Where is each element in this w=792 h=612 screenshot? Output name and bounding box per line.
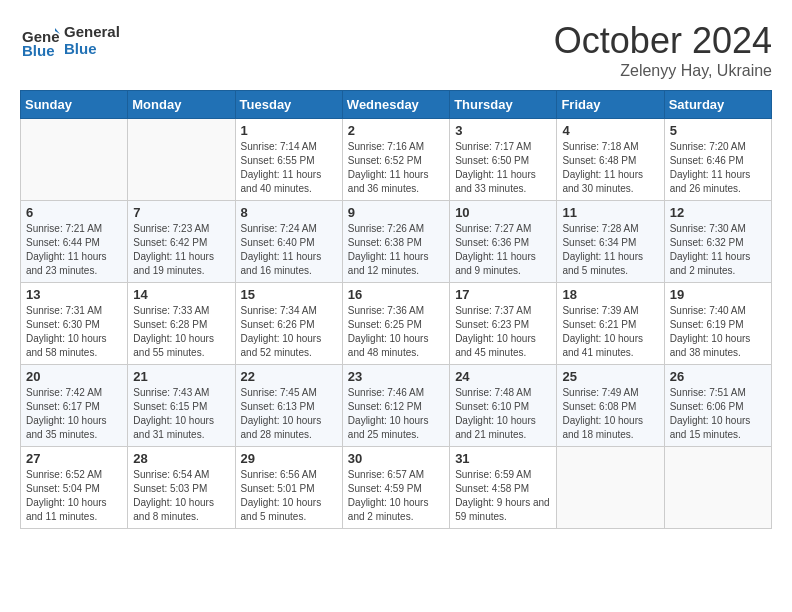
calendar-week-row: 20Sunrise: 7:42 AM Sunset: 6:17 PM Dayli… xyxy=(21,365,772,447)
calendar-cell xyxy=(664,447,771,529)
day-number: 18 xyxy=(562,287,658,302)
logo: General Blue General Blue xyxy=(20,20,120,60)
day-info: Sunrise: 7:30 AM Sunset: 6:32 PM Dayligh… xyxy=(670,222,766,278)
calendar-cell: 26Sunrise: 7:51 AM Sunset: 6:06 PM Dayli… xyxy=(664,365,771,447)
day-number: 10 xyxy=(455,205,551,220)
day-info: Sunrise: 7:20 AM Sunset: 6:46 PM Dayligh… xyxy=(670,140,766,196)
day-number: 28 xyxy=(133,451,229,466)
day-info: Sunrise: 7:33 AM Sunset: 6:28 PM Dayligh… xyxy=(133,304,229,360)
day-number: 17 xyxy=(455,287,551,302)
calendar-cell: 29Sunrise: 6:56 AM Sunset: 5:01 PM Dayli… xyxy=(235,447,342,529)
calendar-cell: 31Sunrise: 6:59 AM Sunset: 4:58 PM Dayli… xyxy=(450,447,557,529)
calendar-cell: 3Sunrise: 7:17 AM Sunset: 6:50 PM Daylig… xyxy=(450,119,557,201)
calendar-cell: 4Sunrise: 7:18 AM Sunset: 6:48 PM Daylig… xyxy=(557,119,664,201)
day-info: Sunrise: 7:36 AM Sunset: 6:25 PM Dayligh… xyxy=(348,304,444,360)
calendar-cell xyxy=(128,119,235,201)
calendar-cell: 9Sunrise: 7:26 AM Sunset: 6:38 PM Daylig… xyxy=(342,201,449,283)
day-number: 16 xyxy=(348,287,444,302)
calendar-body: 1Sunrise: 7:14 AM Sunset: 6:55 PM Daylig… xyxy=(21,119,772,529)
day-number: 1 xyxy=(241,123,337,138)
calendar-cell xyxy=(21,119,128,201)
day-number: 9 xyxy=(348,205,444,220)
calendar-cell xyxy=(557,447,664,529)
calendar-cell: 24Sunrise: 7:48 AM Sunset: 6:10 PM Dayli… xyxy=(450,365,557,447)
calendar-cell: 14Sunrise: 7:33 AM Sunset: 6:28 PM Dayli… xyxy=(128,283,235,365)
logo-icon: General Blue xyxy=(20,20,60,60)
day-info: Sunrise: 7:42 AM Sunset: 6:17 PM Dayligh… xyxy=(26,386,122,442)
calendar-cell: 19Sunrise: 7:40 AM Sunset: 6:19 PM Dayli… xyxy=(664,283,771,365)
day-info: Sunrise: 7:43 AM Sunset: 6:15 PM Dayligh… xyxy=(133,386,229,442)
title-block: October 2024 Zelenyy Hay, Ukraine xyxy=(554,20,772,80)
day-number: 22 xyxy=(241,369,337,384)
day-info: Sunrise: 6:54 AM Sunset: 5:03 PM Dayligh… xyxy=(133,468,229,524)
day-number: 26 xyxy=(670,369,766,384)
calendar-week-row: 27Sunrise: 6:52 AM Sunset: 5:04 PM Dayli… xyxy=(21,447,772,529)
calendar-cell: 13Sunrise: 7:31 AM Sunset: 6:30 PM Dayli… xyxy=(21,283,128,365)
day-info: Sunrise: 7:14 AM Sunset: 6:55 PM Dayligh… xyxy=(241,140,337,196)
calendar-cell: 30Sunrise: 6:57 AM Sunset: 4:59 PM Dayli… xyxy=(342,447,449,529)
logo-general: General xyxy=(64,23,120,40)
calendar-table: SundayMondayTuesdayWednesdayThursdayFrid… xyxy=(20,90,772,529)
calendar-week-row: 6Sunrise: 7:21 AM Sunset: 6:44 PM Daylig… xyxy=(21,201,772,283)
day-number: 7 xyxy=(133,205,229,220)
day-number: 13 xyxy=(26,287,122,302)
calendar-cell: 17Sunrise: 7:37 AM Sunset: 6:23 PM Dayli… xyxy=(450,283,557,365)
day-number: 11 xyxy=(562,205,658,220)
calendar-cell: 2Sunrise: 7:16 AM Sunset: 6:52 PM Daylig… xyxy=(342,119,449,201)
day-info: Sunrise: 6:59 AM Sunset: 4:58 PM Dayligh… xyxy=(455,468,551,524)
calendar-cell: 23Sunrise: 7:46 AM Sunset: 6:12 PM Dayli… xyxy=(342,365,449,447)
calendar-cell: 8Sunrise: 7:24 AM Sunset: 6:40 PM Daylig… xyxy=(235,201,342,283)
calendar-cell: 1Sunrise: 7:14 AM Sunset: 6:55 PM Daylig… xyxy=(235,119,342,201)
day-number: 29 xyxy=(241,451,337,466)
day-number: 3 xyxy=(455,123,551,138)
calendar-cell: 5Sunrise: 7:20 AM Sunset: 6:46 PM Daylig… xyxy=(664,119,771,201)
weekday-header-cell: Tuesday xyxy=(235,91,342,119)
calendar-cell: 6Sunrise: 7:21 AM Sunset: 6:44 PM Daylig… xyxy=(21,201,128,283)
day-number: 19 xyxy=(670,287,766,302)
weekday-header-cell: Sunday xyxy=(21,91,128,119)
calendar-cell: 25Sunrise: 7:49 AM Sunset: 6:08 PM Dayli… xyxy=(557,365,664,447)
day-number: 20 xyxy=(26,369,122,384)
calendar-cell: 21Sunrise: 7:43 AM Sunset: 6:15 PM Dayli… xyxy=(128,365,235,447)
day-number: 15 xyxy=(241,287,337,302)
calendar-cell: 12Sunrise: 7:30 AM Sunset: 6:32 PM Dayli… xyxy=(664,201,771,283)
day-info: Sunrise: 7:39 AM Sunset: 6:21 PM Dayligh… xyxy=(562,304,658,360)
day-info: Sunrise: 7:24 AM Sunset: 6:40 PM Dayligh… xyxy=(241,222,337,278)
day-info: Sunrise: 7:31 AM Sunset: 6:30 PM Dayligh… xyxy=(26,304,122,360)
day-info: Sunrise: 7:46 AM Sunset: 6:12 PM Dayligh… xyxy=(348,386,444,442)
day-number: 4 xyxy=(562,123,658,138)
location-subtitle: Zelenyy Hay, Ukraine xyxy=(554,62,772,80)
weekday-header-row: SundayMondayTuesdayWednesdayThursdayFrid… xyxy=(21,91,772,119)
calendar-cell: 11Sunrise: 7:28 AM Sunset: 6:34 PM Dayli… xyxy=(557,201,664,283)
calendar-cell: 27Sunrise: 6:52 AM Sunset: 5:04 PM Dayli… xyxy=(21,447,128,529)
day-info: Sunrise: 7:34 AM Sunset: 6:26 PM Dayligh… xyxy=(241,304,337,360)
calendar-cell: 18Sunrise: 7:39 AM Sunset: 6:21 PM Dayli… xyxy=(557,283,664,365)
weekday-header-cell: Wednesday xyxy=(342,91,449,119)
day-number: 12 xyxy=(670,205,766,220)
day-info: Sunrise: 7:28 AM Sunset: 6:34 PM Dayligh… xyxy=(562,222,658,278)
day-info: Sunrise: 7:51 AM Sunset: 6:06 PM Dayligh… xyxy=(670,386,766,442)
day-info: Sunrise: 7:16 AM Sunset: 6:52 PM Dayligh… xyxy=(348,140,444,196)
day-number: 30 xyxy=(348,451,444,466)
calendar-cell: 16Sunrise: 7:36 AM Sunset: 6:25 PM Dayli… xyxy=(342,283,449,365)
day-info: Sunrise: 6:52 AM Sunset: 5:04 PM Dayligh… xyxy=(26,468,122,524)
month-title: October 2024 xyxy=(554,20,772,62)
calendar-cell: 7Sunrise: 7:23 AM Sunset: 6:42 PM Daylig… xyxy=(128,201,235,283)
day-info: Sunrise: 7:26 AM Sunset: 6:38 PM Dayligh… xyxy=(348,222,444,278)
weekday-header-cell: Saturday xyxy=(664,91,771,119)
day-number: 2 xyxy=(348,123,444,138)
day-info: Sunrise: 7:21 AM Sunset: 6:44 PM Dayligh… xyxy=(26,222,122,278)
day-info: Sunrise: 7:37 AM Sunset: 6:23 PM Dayligh… xyxy=(455,304,551,360)
weekday-header-cell: Friday xyxy=(557,91,664,119)
day-info: Sunrise: 7:40 AM Sunset: 6:19 PM Dayligh… xyxy=(670,304,766,360)
calendar-cell: 20Sunrise: 7:42 AM Sunset: 6:17 PM Dayli… xyxy=(21,365,128,447)
svg-text:Blue: Blue xyxy=(22,42,55,59)
day-number: 6 xyxy=(26,205,122,220)
calendar-cell: 28Sunrise: 6:54 AM Sunset: 5:03 PM Dayli… xyxy=(128,447,235,529)
day-number: 25 xyxy=(562,369,658,384)
calendar-cell: 22Sunrise: 7:45 AM Sunset: 6:13 PM Dayli… xyxy=(235,365,342,447)
day-info: Sunrise: 7:23 AM Sunset: 6:42 PM Dayligh… xyxy=(133,222,229,278)
day-info: Sunrise: 7:49 AM Sunset: 6:08 PM Dayligh… xyxy=(562,386,658,442)
day-info: Sunrise: 7:48 AM Sunset: 6:10 PM Dayligh… xyxy=(455,386,551,442)
day-info: Sunrise: 7:17 AM Sunset: 6:50 PM Dayligh… xyxy=(455,140,551,196)
